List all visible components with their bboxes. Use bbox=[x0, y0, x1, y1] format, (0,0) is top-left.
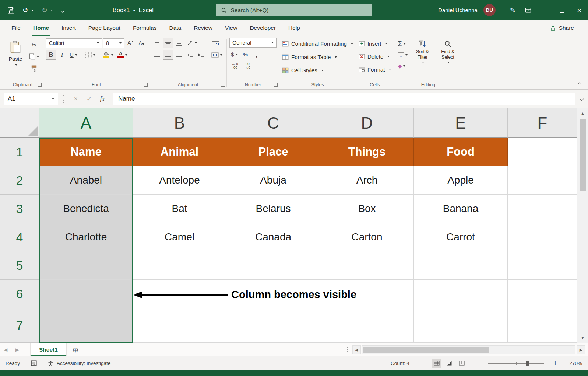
row-header-7[interactable]: 7 bbox=[0, 308, 39, 343]
avatar[interactable]: DU bbox=[483, 4, 496, 16]
column-header-B[interactable]: B bbox=[133, 108, 226, 138]
conditional-formatting-button[interactable]: Conditional Formatting bbox=[282, 38, 353, 49]
italic-button[interactable]: I bbox=[57, 50, 67, 60]
cell-A4[interactable]: Charlotte bbox=[39, 223, 133, 251]
pen-icon[interactable]: ✎ bbox=[505, 0, 520, 20]
select-all-corner[interactable] bbox=[0, 108, 39, 138]
cell-B5[interactable] bbox=[133, 251, 226, 280]
cell-C1[interactable]: Place bbox=[226, 138, 320, 166]
cell-C7[interactable] bbox=[226, 308, 320, 343]
number-dialog-launcher[interactable] bbox=[274, 83, 278, 87]
format-painter-button[interactable] bbox=[28, 63, 41, 73]
cancel-button[interactable]: × bbox=[69, 93, 82, 105]
tab-developer[interactable]: Developer bbox=[243, 20, 282, 36]
font-name-select[interactable]: Calibri bbox=[46, 38, 102, 48]
cell-A7[interactable] bbox=[39, 308, 133, 343]
previous-sheet-button[interactable]: ◀ bbox=[0, 343, 11, 356]
autosum-button[interactable]: Σ bbox=[397, 39, 409, 49]
cell-D5[interactable] bbox=[320, 251, 414, 280]
cell-B2[interactable]: Antelope bbox=[133, 166, 226, 195]
copy-button[interactable] bbox=[28, 52, 41, 62]
cell-F7[interactable] bbox=[508, 308, 577, 343]
row-header-6[interactable]: 6 bbox=[0, 280, 39, 308]
cell-A6[interactable] bbox=[39, 280, 133, 308]
align-right-button[interactable] bbox=[174, 50, 184, 60]
scroll-up-button[interactable]: ▲ bbox=[577, 108, 588, 119]
cell-E3[interactable]: Banana bbox=[414, 195, 508, 223]
macro-record-icon[interactable] bbox=[31, 360, 37, 366]
row-header-3[interactable]: 3 bbox=[0, 195, 39, 223]
accounting-format-button[interactable]: $ bbox=[229, 49, 239, 59]
maximize-button[interactable] bbox=[553, 0, 571, 20]
row-header-5[interactable]: 5 bbox=[0, 251, 39, 280]
formula-bar-grip[interactable] bbox=[63, 95, 65, 103]
tab-help[interactable]: Help bbox=[282, 20, 306, 36]
percent-style-button[interactable]: % bbox=[240, 49, 250, 59]
scroll-right-button[interactable]: ▶ bbox=[577, 345, 585, 354]
cell-C2[interactable]: Abuja bbox=[226, 166, 320, 195]
find-select-button[interactable]: Find & Select bbox=[436, 38, 460, 71]
wrap-text-button[interactable] bbox=[210, 38, 221, 48]
tab-review[interactable]: Review bbox=[187, 20, 219, 36]
cell-C3[interactable]: Belarus bbox=[226, 195, 320, 223]
cell-B3[interactable]: Bat bbox=[133, 195, 226, 223]
cell-B1[interactable]: Animal bbox=[133, 138, 226, 166]
increase-font-size-button[interactable]: A bbox=[126, 38, 135, 48]
tab-formulas[interactable]: Formulas bbox=[127, 20, 163, 36]
cell-E2[interactable]: Apple bbox=[414, 166, 508, 195]
close-button[interactable]: × bbox=[571, 0, 588, 20]
minimize-button[interactable] bbox=[536, 0, 553, 20]
zoom-slider-thumb[interactable] bbox=[526, 361, 529, 366]
cell-E6[interactable] bbox=[414, 280, 508, 308]
middle-align-button[interactable] bbox=[163, 38, 173, 48]
align-left-button[interactable] bbox=[152, 50, 162, 60]
column-header-E[interactable]: E bbox=[414, 108, 508, 138]
column-header-A[interactable]: A bbox=[39, 108, 133, 138]
enter-button[interactable]: ✓ bbox=[82, 93, 96, 105]
comma-style-button[interactable]: , bbox=[251, 49, 261, 59]
merge-center-button[interactable] bbox=[210, 50, 224, 60]
tab-home[interactable]: Home bbox=[27, 20, 55, 36]
sort-filter-button[interactable]: Sort & Filter bbox=[411, 38, 434, 71]
expand-formula-bar-button[interactable] bbox=[575, 97, 588, 100]
column-header-C[interactable]: C bbox=[226, 108, 320, 138]
bottom-align-button[interactable] bbox=[174, 38, 184, 48]
accessibility-status[interactable]: Accessibility: Investigate bbox=[48, 361, 110, 366]
cell-E1[interactable]: Food bbox=[414, 138, 508, 166]
cell-D1[interactable]: Things bbox=[320, 138, 414, 166]
alignment-dialog-launcher[interactable] bbox=[221, 83, 225, 87]
cell-F6[interactable] bbox=[508, 280, 577, 308]
horizontal-scrollbar[interactable]: ◀ ▶ bbox=[345, 345, 585, 355]
tab-view[interactable]: View bbox=[219, 20, 243, 36]
cell-F4[interactable] bbox=[508, 223, 577, 251]
cell-F1[interactable] bbox=[508, 138, 577, 166]
name-box[interactable]: A1 bbox=[4, 93, 58, 105]
cell-E7[interactable] bbox=[414, 308, 508, 343]
column-header-F[interactable]: F bbox=[508, 108, 577, 138]
cell-D7[interactable] bbox=[320, 308, 414, 343]
clear-button[interactable]: ◆ bbox=[397, 61, 409, 71]
cell-B4[interactable]: Camel bbox=[133, 223, 226, 251]
increase-indent-button[interactable] bbox=[196, 50, 206, 60]
row-header-4[interactable]: 4 bbox=[0, 223, 39, 251]
zoom-slider[interactable] bbox=[488, 363, 544, 364]
scroll-down-button[interactable]: ▼ bbox=[577, 333, 588, 343]
tab-data[interactable]: Data bbox=[163, 20, 187, 36]
underline-button[interactable]: U bbox=[68, 50, 79, 60]
new-sheet-button[interactable]: ⊕ bbox=[67, 343, 84, 356]
splitter-grip-icon[interactable] bbox=[345, 347, 348, 353]
tab-file[interactable]: File bbox=[5, 20, 27, 36]
cell-C5[interactable] bbox=[226, 251, 320, 280]
cell-D4[interactable]: Carton bbox=[320, 223, 414, 251]
cell-styles-button[interactable]: Cell Styles bbox=[282, 65, 353, 76]
row-header-1[interactable]: 1 bbox=[0, 138, 39, 166]
cell-E4[interactable]: Carrot bbox=[414, 223, 508, 251]
row-header-2[interactable]: 2 bbox=[0, 166, 39, 195]
decrease-indent-button[interactable] bbox=[185, 50, 195, 60]
vertical-scrollbar-thumb[interactable] bbox=[580, 119, 586, 191]
sheet-tab-sheet1[interactable]: Sheet1 bbox=[30, 343, 67, 356]
share-button[interactable]: Share bbox=[550, 20, 574, 36]
formula-input[interactable]: Name bbox=[113, 93, 575, 105]
clipboard-dialog-launcher[interactable] bbox=[38, 83, 42, 87]
cell-C4[interactable]: Canada bbox=[226, 223, 320, 251]
